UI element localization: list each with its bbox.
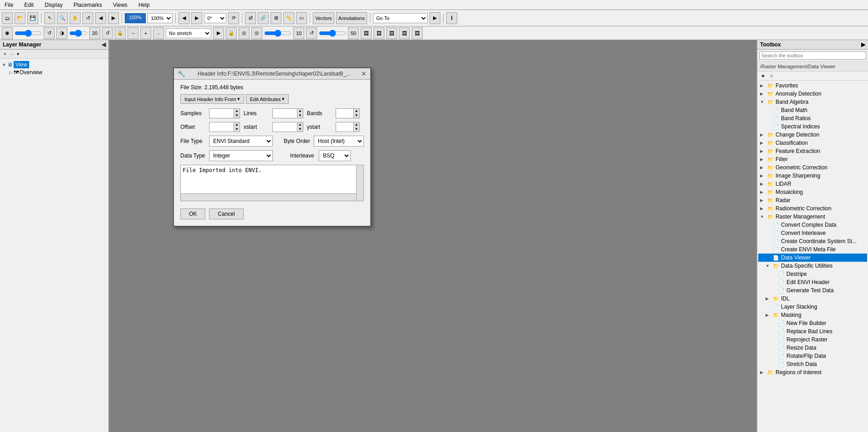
lines-input[interactable]: 397	[272, 108, 297, 118]
lines-down[interactable]: ▼	[297, 113, 303, 118]
annotations-btn[interactable]: Annotations	[336, 12, 367, 24]
grid-btn[interactable]: ⊞	[271, 12, 281, 24]
stretch-select[interactable]: No stretch Linear Gaussian	[166, 28, 211, 38]
samples-input[interactable]: 395	[209, 108, 234, 118]
ystart-up[interactable]: ▲	[354, 122, 359, 127]
rotate-apply-btn[interactable]: ⟳	[228, 12, 239, 24]
toolbar-fwd-btn[interactable]: ▶	[108, 12, 119, 24]
ystart-spinner[interactable]: 1 ▲ ▼	[336, 122, 360, 132]
samples-spinner[interactable]: 395 ▲ ▼	[209, 108, 240, 118]
t2-btn2[interactable]: ↺	[44, 27, 55, 39]
toolbar-rotate-btn[interactable]: ↺	[82, 12, 93, 24]
cancel-btn[interactable]: Cancel	[209, 208, 243, 219]
toolbox-item-17[interactable]: 📄 Convert Complex Data	[758, 221, 867, 229]
toolbox-item-20[interactable]: 📄 Create ENVI Meta File	[758, 245, 867, 254]
xstart-up[interactable]: ▲	[297, 122, 303, 127]
bands-spinner[interactable]: 7 ▲ ▼	[336, 108, 360, 118]
description-hscrollbar[interactable]	[181, 193, 356, 201]
opacity-slider[interactable]	[264, 30, 291, 37]
menu-placemarks[interactable]: Placemarks	[71, 1, 105, 9]
toolbox-item-21[interactable]: 📄 Data Viewer	[758, 254, 867, 262]
menu-help[interactable]: Help	[136, 1, 153, 9]
ystart-down[interactable]: ▼	[354, 127, 359, 132]
t2-btn3[interactable]: ◑	[56, 27, 67, 39]
link-btn[interactable]: 🔗	[258, 12, 269, 24]
toolbox-item-7[interactable]: ▶ 📁 Classification	[758, 139, 867, 147]
toolbox-item-24[interactable]: 📄 Edit ENVI Header	[758, 278, 867, 286]
toolbar-back-btn[interactable]: ◀	[95, 12, 106, 24]
dialog-close-btn[interactable]: ✕	[361, 70, 367, 77]
vectors-btn[interactable]: Vectors	[313, 12, 334, 24]
xstart-input[interactable]: 1	[272, 122, 297, 132]
bands-input[interactable]: 7	[336, 108, 354, 118]
move-left-btn[interactable]: ◀	[179, 12, 189, 24]
toolbox-item-13[interactable]: ▶ 📁 Mosaicking	[758, 188, 867, 196]
t2-apply-stretch[interactable]: ▶	[213, 27, 224, 39]
menu-display[interactable]: Display	[42, 1, 65, 9]
toolbox-item-34[interactable]: 📄 Stretch Data	[758, 360, 867, 368]
toolbox-item-19[interactable]: 📄 Create Coordinate System St...	[758, 237, 867, 245]
t2-refresh2[interactable]: ↺	[306, 27, 317, 39]
layer-manager-collapse-icon[interactable]: ◀	[102, 41, 106, 48]
t2-lock-btn[interactable]: 🔒	[115, 27, 126, 39]
offset-down[interactable]: ▼	[234, 127, 240, 132]
goto-btn[interactable]: ▶	[429, 12, 440, 24]
t2-img3-btn[interactable]: 🖼	[386, 27, 397, 39]
ystart-input[interactable]: 1	[336, 122, 354, 132]
offset-input[interactable]: 38	[209, 122, 234, 132]
toolbox-item-15[interactable]: ▶ 📁 Radiometric Correction	[758, 204, 867, 213]
toolbox-item-18[interactable]: 📄 Convert Interleave	[758, 229, 867, 237]
toolbox-item-28[interactable]: ▶ 📁 Masking	[758, 311, 867, 319]
info-btn[interactable]: ℹ	[446, 12, 457, 24]
t2-c1[interactable]: ◎	[239, 27, 250, 39]
toolbar-open-btn[interactable]: 📂	[15, 12, 26, 24]
toolbar-save-btn[interactable]: 💾	[27, 12, 38, 24]
t2-arrow-btn[interactable]: →	[128, 27, 138, 39]
toolbox-item-6[interactable]: ▶ 📁 Change Detection	[758, 131, 867, 139]
xstart-down[interactable]: ▼	[297, 127, 303, 132]
t2-plus-btn[interactable]: +	[140, 27, 151, 39]
toolbox-item-22[interactable]: ▼ 📁 Data-Specific Utilities	[758, 262, 867, 270]
offset-up[interactable]: ▲	[234, 122, 240, 127]
layer-collapse-btn[interactable]: ▾	[15, 51, 21, 57]
t2-img1-btn[interactable]: 🖼	[361, 27, 372, 39]
contrast-slider[interactable]	[69, 30, 87, 37]
byteorder-select[interactable]: Host (Intel)	[314, 136, 364, 147]
toolbox-item-14[interactable]: ▶ 📁 Radar	[758, 196, 867, 204]
t2-img5-btn[interactable]: 🖼	[412, 27, 423, 39]
xstart-spinner[interactable]: 1 ▲ ▼	[272, 122, 303, 132]
zoom-select[interactable]: 100% 50% 200%	[148, 13, 173, 23]
toolbox-item-12[interactable]: ▶ 📁 LiDAR	[758, 180, 867, 188]
toolbox-search-input[interactable]	[759, 51, 866, 60]
t2-lock2-btn[interactable]: 🔒	[226, 27, 237, 39]
toolbox-star-btn[interactable]: ☆	[768, 72, 776, 79]
t2-minus-btn[interactable]: -	[153, 27, 164, 39]
t2-img2-btn[interactable]: 🖼	[373, 27, 384, 39]
t2-btn1[interactable]: ◉	[2, 27, 13, 39]
lines-spinner[interactable]: 397 ▲ ▼	[272, 108, 303, 118]
toolbox-item-27[interactable]: 📄 Layer Stacking	[758, 303, 867, 311]
toolbox-item-8[interactable]: ▶ 📁 Feature Extraction	[758, 147, 867, 155]
toolbox-item-35[interactable]: ▶ 📁 Regions of Interest	[758, 368, 867, 376]
brightness-slider[interactable]	[15, 30, 42, 37]
toolbar-cursor-btn[interactable]: ↖	[44, 12, 55, 24]
description-vscrollbar[interactable]	[356, 165, 363, 201]
toolbox-item-29[interactable]: 📄 New File Builder	[758, 319, 867, 327]
toolbox-item-3[interactable]: 📄 Band Math	[758, 106, 867, 114]
toolbox-item-9[interactable]: ▶ 📁 Filter	[758, 155, 867, 163]
measure-btn[interactable]: 📏	[283, 12, 294, 24]
bands-up[interactable]: ▲	[354, 109, 359, 113]
toolbox-item-2[interactable]: ▼ 📁 Band Algebra	[758, 98, 867, 106]
view-label[interactable]: View	[14, 61, 29, 68]
toolbox-item-25[interactable]: 📄 Generate Test Data	[758, 286, 867, 295]
toolbox-item-10[interactable]: ▶ 📁 Geometric Correction	[758, 163, 867, 172]
sync-btn[interactable]: ⇄	[245, 12, 256, 24]
t2-refresh1[interactable]: ↺	[102, 27, 113, 39]
select-btn[interactable]: ▭	[296, 12, 307, 24]
tree-expand-icon[interactable]: ▼ 🖥 View	[2, 61, 107, 69]
toolbox-item-23[interactable]: 📄 Destripe	[758, 270, 867, 278]
offset-spinner[interactable]: 38 ▲ ▼	[209, 122, 240, 132]
toolbox-item-11[interactable]: ▶ 📁 Image Sharpening	[758, 172, 867, 180]
toolbox-favorites-btn[interactable]: ★	[759, 72, 767, 79]
toolbox-item-4[interactable]: 📄 Band Ratios	[758, 114, 867, 122]
